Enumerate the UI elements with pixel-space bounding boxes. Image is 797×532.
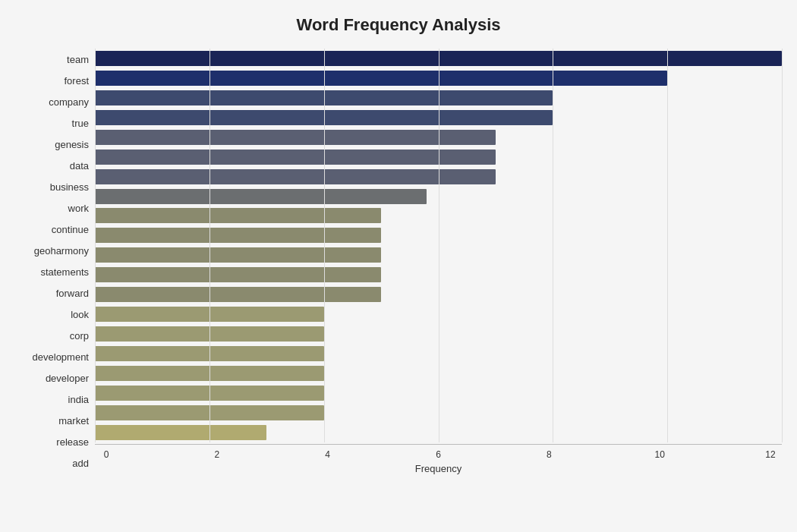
- y-label: team: [67, 50, 89, 68]
- bar-row: [95, 128, 782, 146]
- bar: [95, 189, 427, 204]
- y-label: developer: [46, 370, 89, 388]
- x-tick-label: 4: [317, 449, 339, 460]
- y-label: data: [70, 156, 89, 175]
- bar: [95, 425, 266, 440]
- y-label: genesis: [55, 135, 89, 153]
- bar-row: [95, 325, 782, 343]
- y-label: continue: [52, 220, 89, 238]
- bar-row: [95, 69, 782, 87]
- y-label: company: [49, 93, 89, 111]
- bars-section: 024681012 Frequency: [95, 49, 782, 474]
- bar-row: [95, 89, 782, 107]
- x-tick-label: 2: [206, 449, 228, 460]
- bar-row: [95, 404, 782, 422]
- x-tick-label: 10: [648, 449, 671, 460]
- y-label: corp: [70, 327, 89, 345]
- bar: [95, 326, 324, 342]
- bar: [95, 71, 667, 86]
- bar-row: [95, 187, 782, 206]
- bar-row: [95, 364, 782, 382]
- bar: [95, 287, 381, 302]
- bar: [95, 208, 381, 223]
- y-label: market: [58, 412, 89, 430]
- bar-row: [95, 148, 782, 166]
- x-tick-label: 6: [427, 449, 449, 460]
- x-axis: 024681012: [95, 444, 782, 460]
- y-label: forest: [64, 71, 89, 90]
- y-label: look: [71, 306, 89, 324]
- y-label: forward: [56, 285, 89, 303]
- bar-row: [95, 305, 782, 323]
- chart-title: Word Frequency Analysis: [15, 15, 782, 35]
- y-label: india: [68, 391, 89, 409]
- bar: [95, 130, 496, 145]
- y-label: work: [68, 199, 89, 217]
- bar: [95, 90, 553, 105]
- y-label: statements: [40, 263, 89, 281]
- y-label: true: [72, 114, 89, 132]
- bar-row: [95, 345, 782, 363]
- bar: [95, 366, 324, 381]
- x-axis-title: Frequency: [95, 463, 782, 474]
- bar-row: [95, 384, 782, 402]
- bars-wrapper: [95, 49, 782, 442]
- chart-area: teamforestcompanytruegenesisdatabusiness…: [15, 49, 782, 474]
- bar-row: [95, 246, 782, 264]
- grid-line: [782, 49, 783, 442]
- bar: [95, 51, 782, 66]
- bar: [95, 307, 324, 322]
- bar: [95, 110, 553, 125]
- bar-row: [95, 206, 782, 225]
- bar: [95, 405, 324, 420]
- bar-row: [95, 285, 782, 304]
- x-tick-label: 8: [537, 449, 560, 460]
- y-label: development: [33, 348, 89, 367]
- y-labels: teamforestcompanytruegenesisdatabusiness…: [15, 49, 95, 474]
- bar-row: [95, 423, 782, 442]
- bar: [95, 346, 324, 361]
- bar: [95, 267, 381, 282]
- bar: [95, 386, 324, 401]
- bar-row: [95, 109, 782, 127]
- bar-row: [95, 226, 782, 244]
- bar: [95, 150, 496, 165]
- bar-row: [95, 49, 782, 68]
- bar: [95, 228, 381, 243]
- y-label: release: [56, 433, 89, 452]
- x-tick-label: 12: [759, 449, 782, 460]
- y-label: geoharmony: [34, 241, 89, 260]
- y-label: business: [50, 178, 89, 196]
- bar: [95, 247, 381, 263]
- bar-row: [95, 266, 782, 284]
- bar-row: [95, 168, 782, 186]
- y-label: add: [72, 455, 89, 473]
- bar: [95, 169, 496, 184]
- chart-container: Word Frequency Analysis teamforestcompan…: [0, 0, 797, 532]
- x-tick-label: 0: [95, 449, 118, 460]
